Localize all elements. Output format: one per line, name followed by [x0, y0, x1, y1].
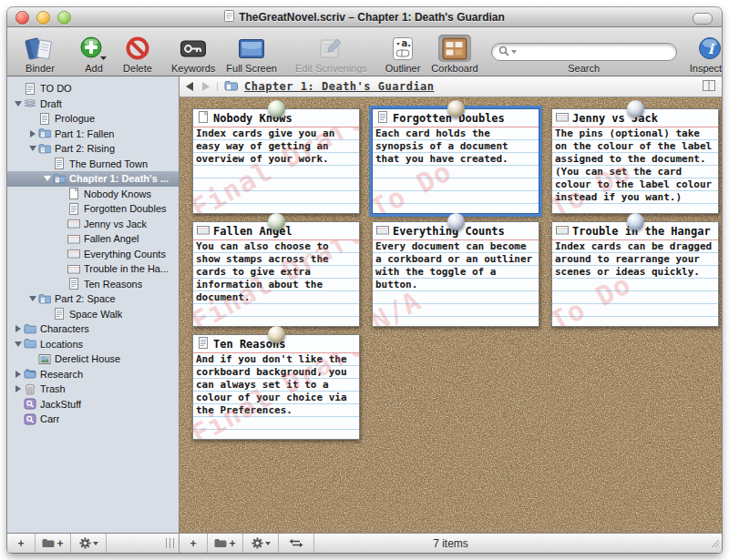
- sidebar-item[interactable]: Part 2: Rising: [7, 141, 179, 157]
- full-screen-button[interactable]: Full Screen: [226, 35, 277, 74]
- sidebar-item[interactable]: Research: [7, 367, 179, 382]
- sidebar-item[interactable]: Draft: [7, 97, 179, 112]
- sidebar-item-label: The Burned Town: [69, 158, 148, 169]
- sidebar-item[interactable]: Everything Counts: [7, 247, 179, 262]
- window-title-text: TheGreatNovel.scriv – Chapter 1: Death's…: [239, 11, 505, 24]
- disclosure-triangle-icon[interactable]: [42, 176, 52, 181]
- disclosure-triangle-icon[interactable]: [13, 101, 23, 107]
- disclosure-triangle-icon[interactable]: [27, 146, 37, 151]
- full-screen-label: Full Screen: [226, 63, 277, 74]
- doc-icon: [67, 188, 81, 199]
- title-bar[interactable]: TheGreatNovel.scriv – Chapter 1: Death's…: [7, 7, 722, 27]
- add-button[interactable]: Add: [77, 35, 111, 74]
- sidebar-resize-handle[interactable]: [166, 538, 174, 548]
- window-resize-grip[interactable]: [709, 537, 720, 551]
- sidebar-item[interactable]: Nobody Knows: [7, 187, 179, 202]
- keywords-icon: [177, 35, 210, 62]
- card-icon: [376, 223, 389, 239]
- index-card[interactable]: Forgotten DoublesEach card holds the syn…: [372, 108, 539, 214]
- sidebar-item[interactable]: Ten Reasons: [7, 277, 179, 292]
- trash-icon: [23, 383, 37, 395]
- sidebar-item[interactable]: Chapter 1: Death's ...: [7, 171, 179, 187]
- disclosure-triangle-icon[interactable]: [13, 385, 23, 392]
- delete-button[interactable]: Delete: [122, 35, 153, 74]
- disclosure-triangle-icon[interactable]: [13, 341, 23, 347]
- index-card[interactable]: Fallen AngelYou can also choose to show …: [192, 221, 360, 327]
- binder-label: Binder: [26, 63, 55, 74]
- sidebar-item[interactable]: Trouble in the Ha...: [7, 261, 179, 277]
- card-stamp: N/A: [373, 293, 422, 326]
- index-card[interactable]: Nobody KnowsIndex cards give you an easy…: [192, 108, 360, 214]
- push-pin-icon: [268, 213, 285, 230]
- push-pin-icon: [627, 100, 644, 117]
- forward-arrow-icon[interactable]: [202, 82, 210, 91]
- svg-text:a.: a.: [402, 38, 412, 48]
- search-input[interactable]: [491, 43, 677, 61]
- add-icon: [77, 35, 111, 62]
- minimize-button[interactable]: [36, 11, 50, 25]
- fullscreen-icon: [234, 35, 269, 62]
- smart-icon: [23, 413, 37, 425]
- sidebar-item[interactable]: JackStuff: [7, 397, 179, 412]
- card-title: Jenny vs Jack: [572, 112, 658, 125]
- sidebar-item[interactable]: Characters: [7, 321, 179, 337]
- keywords-button[interactable]: Keywords: [171, 35, 215, 74]
- sidebar-item[interactable]: Prologue: [7, 111, 179, 127]
- sidebar-item-label: TO DO: [40, 83, 72, 94]
- index-card[interactable]: Jenny vs JackThe pins (optional) take on…: [551, 108, 719, 214]
- index-card-grid: Nobody KnowsIndex cards give you an easy…: [192, 108, 719, 440]
- card-icon: [556, 223, 569, 239]
- toolbar-toggle-pill-button[interactable]: [693, 13, 713, 25]
- back-arrow-icon[interactable]: [186, 82, 193, 91]
- disclosure-triangle-icon[interactable]: [27, 296, 37, 301]
- sidebar-item[interactable]: TO DO: [7, 81, 179, 97]
- add-folder-button[interactable]: +: [208, 534, 243, 553]
- add-item-button[interactable]: +: [7, 534, 36, 553]
- card-synopsis: Every document can become a corkboard or…: [373, 240, 539, 326]
- add-card-button[interactable]: +: [180, 534, 208, 553]
- photo-icon: [37, 353, 52, 365]
- add-folder-button[interactable]: +: [36, 534, 71, 553]
- sidebar-item[interactable]: Trash: [7, 382, 179, 397]
- inspector-button[interactable]: i Inspector: [690, 35, 722, 74]
- sidebar-item[interactable]: Derelict House: [7, 351, 179, 367]
- disclosure-triangle-icon[interactable]: [27, 130, 37, 137]
- sidebar-item-label: Characters: [40, 323, 89, 334]
- sidebar-item[interactable]: Space Walk: [7, 307, 179, 322]
- sidebar-item[interactable]: Carr: [7, 412, 179, 427]
- corkboard-label: Corkboard: [431, 63, 477, 74]
- sidebar-item[interactable]: Part 1: Fallen: [7, 127, 179, 142]
- split-view-icon[interactable]: [703, 78, 715, 95]
- history-nav: [186, 82, 218, 91]
- card-synopsis: Each card holds the synopsis of a docume…: [373, 127, 539, 213]
- sidebar-item[interactable]: Jenny vs Jack: [7, 217, 179, 232]
- index-card[interactable]: Ten ReasonsAnd if you don't like the cor…: [192, 334, 360, 440]
- close-button[interactable]: [15, 11, 29, 25]
- search-label: Search: [568, 63, 600, 74]
- action-gear-button[interactable]: [71, 534, 107, 553]
- disclosure-triangle-icon[interactable]: [13, 371, 23, 378]
- editor-footer: 7 items + +: [180, 534, 722, 553]
- sidebar-item[interactable]: Fallen Angel: [7, 231, 179, 247]
- index-card[interactable]: Trouble in the HangarIndex cards can be …: [551, 221, 719, 327]
- search-icon: [498, 44, 509, 60]
- sidebar-item[interactable]: The Burned Town: [7, 157, 179, 172]
- outliner-button[interactable]: a. Outliner: [385, 35, 421, 74]
- sidebar-item-label: Trouble in the Ha...: [84, 263, 169, 274]
- corkboard-button[interactable]: Corkboard: [431, 35, 477, 74]
- card-stamp: To Do: [373, 164, 452, 213]
- sidebar-item-label: Derelict House: [55, 353, 120, 364]
- binder-sidebar: TO DODraftProloguePart 1: FallenPart 2: …: [7, 76, 180, 533]
- index-card[interactable]: Everything CountsEvery document can beco…: [372, 221, 539, 327]
- view-toggle-button[interactable]: [279, 534, 314, 553]
- sidebar-item[interactable]: Locations: [7, 337, 179, 352]
- sidebar-item-label: Carr: [40, 413, 59, 424]
- disclosure-triangle-icon[interactable]: [13, 325, 23, 332]
- binder-button[interactable]: Binder: [22, 35, 58, 74]
- sidebar-item[interactable]: Part 2: Space: [7, 291, 179, 307]
- sidebar-item[interactable]: Forgotten Doubles: [7, 201, 179, 217]
- sidebar-item-label: Trash: [40, 383, 66, 394]
- zoom-button[interactable]: [57, 11, 71, 25]
- card-synopsis: And if you don't like the corkboard back…: [193, 353, 359, 439]
- action-gear-button[interactable]: [243, 534, 279, 553]
